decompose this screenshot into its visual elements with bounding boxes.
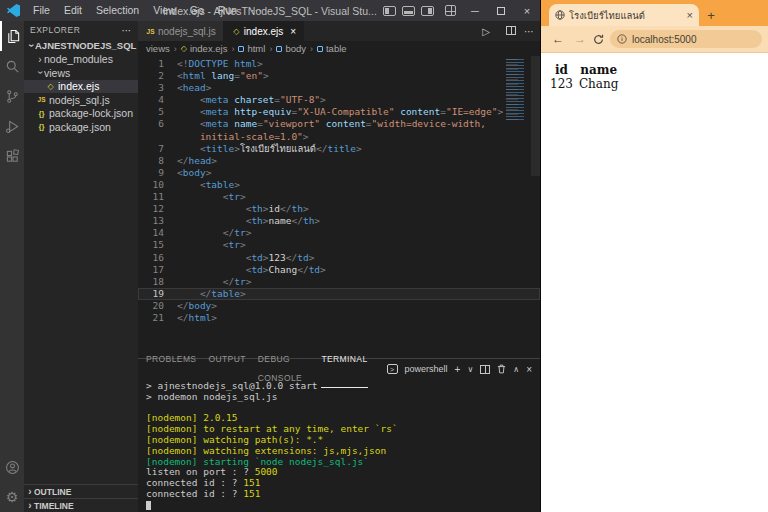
code-line-10[interactable]: 10 <table> [138, 179, 540, 191]
code-line-3[interactable]: 3<head> [138, 82, 540, 94]
explorer-icon[interactable] [0, 21, 24, 51]
tab-nodejs-sql-js[interactable]: JSnodejs_sql.js [138, 21, 224, 41]
crumb-body[interactable]: body [276, 43, 306, 54]
kill-terminal-icon[interactable] [497, 364, 506, 374]
terminal-output[interactable]: > ajnestnodejs_sql@1.0.0 start> nodemon … [138, 379, 540, 512]
code-line-21[interactable]: 21</html> [138, 312, 540, 324]
code-line-5[interactable]: 5 <meta http-equiv="X-UA-Compatible" con… [138, 106, 540, 118]
code-line-18[interactable]: 18 </tr> [138, 276, 540, 288]
code-line-wrap[interactable]: initial-scale=1.0"> [138, 131, 540, 143]
code-line-14[interactable]: 14 </tr> [138, 227, 540, 239]
table-row: 123Chang [547, 77, 621, 91]
forward-icon[interactable]: → [574, 32, 586, 46]
tree-item-views[interactable]: ›views [24, 66, 138, 80]
run-debug-icon[interactable] [0, 111, 24, 141]
code-line-8[interactable]: 8</head> [138, 155, 540, 167]
section-timeline[interactable]: ›TIMELINE [24, 498, 138, 512]
reload-icon[interactable] [591, 34, 606, 45]
code-text: <head> [164, 82, 211, 94]
source-control-icon[interactable] [0, 81, 24, 111]
tab-index-ejs[interactable]: ◇index.ejs× [224, 21, 304, 41]
close-button[interactable]: × [514, 0, 540, 21]
new-tab-button[interactable]: + [699, 4, 723, 26]
code-line-7[interactable]: 7 <title>โรงเบียร์ไทยแลนด์</title> [138, 143, 540, 155]
close-panel-icon[interactable]: × [526, 364, 532, 375]
panel-header: PROBLEMSOUTPUTDEBUG CONSOLETERMINAL > po… [138, 359, 540, 379]
code-line-15[interactable]: 15 <tr> [138, 239, 540, 251]
terminal-text: [nodemon] starting `node nodejs_sql.js` [146, 456, 369, 467]
code-line-1[interactable]: 1<!DOCTYPE html> [138, 58, 540, 70]
tree-item-package-json[interactable]: {}package.json [24, 120, 138, 134]
code-line-6[interactable]: 6 <meta name="viewport" content="width=d… [138, 118, 540, 130]
crumb-views[interactable]: views [146, 43, 170, 54]
minimize-button[interactable]: ─ [462, 0, 488, 21]
toggle-sidebar-icon[interactable] [383, 6, 396, 16]
settings-gear-icon[interactable]: ⚙ [0, 482, 24, 512]
toggle-panel-icon[interactable] [402, 6, 415, 16]
browser-tab[interactable]: โรงเบียร์ไทยแลนด์ × [549, 4, 699, 26]
line-number: 20 [138, 300, 164, 312]
extensions-icon[interactable] [0, 141, 24, 171]
split-terminal-icon[interactable] [480, 360, 490, 378]
terminal-text: listen on port : ? [146, 466, 255, 477]
search-icon[interactable] [0, 51, 24, 81]
code-line-2[interactable]: 2<html lang="en"> [138, 70, 540, 82]
code-line-12[interactable]: 12 <th>id</th> [138, 203, 540, 215]
editor-scrollbar[interactable] [531, 56, 540, 176]
tree-item-package-lock-json[interactable]: {}package-lock.json [24, 107, 138, 121]
back-icon[interactable]: ← [552, 32, 564, 46]
code-token: DOCTYPE html [188, 58, 257, 69]
line-number: 16 [138, 252, 164, 264]
code-token: head [183, 82, 206, 93]
shell-name[interactable]: powershell [405, 364, 448, 374]
crumb-label: table [326, 43, 347, 54]
tab-close-icon[interactable]: × [290, 26, 296, 37]
toggle-secondary-sidebar-icon[interactable] [421, 6, 434, 16]
terminal-dropdown-icon[interactable]: ∨ [467, 365, 473, 374]
menu-file[interactable]: File [26, 0, 57, 21]
site-info-icon[interactable] [617, 34, 627, 44]
maximize-button[interactable] [488, 0, 514, 21]
tree-item-node-modules[interactable]: ›node_modules [24, 53, 138, 67]
chevron-right-icon: › [36, 54, 44, 65]
menu-edit[interactable]: Edit [57, 0, 89, 21]
symbol-icon [238, 46, 244, 52]
address-bar[interactable]: localhost:5000 [610, 30, 762, 48]
section-outline[interactable]: ›OUTLINE [24, 484, 138, 498]
crumb-html[interactable]: html [238, 43, 265, 54]
code-line-16[interactable]: 16 <td>123</td> [138, 252, 540, 264]
terminal-cursor [146, 501, 151, 510]
code-line-11[interactable]: 11 <tr> [138, 191, 540, 203]
tab-close-icon[interactable]: × [687, 9, 693, 21]
js-file-icon: JS [36, 96, 47, 103]
terminal-text: 151 [243, 488, 260, 499]
code-token: > [356, 143, 362, 154]
tree-item-nodejs-sql-js[interactable]: JSnodejs_sql.js [24, 93, 138, 107]
crumb-index-ejs[interactable]: ◇index.ejs [181, 43, 228, 54]
browser-tabstrip: โรงเบียร์ไทยแลนด์ × + [541, 0, 768, 26]
tree-root[interactable]: ›AJNESTNODEJS_SQL [24, 39, 138, 53]
code-token: name [234, 118, 257, 129]
code-token [177, 179, 200, 190]
customize-layout-icon[interactable] [445, 5, 456, 16]
editor-more-icon[interactable]: ⋯ [524, 26, 534, 37]
code-line-13[interactable]: 13 <th>name</th> [138, 215, 540, 227]
crumb-table[interactable]: table [317, 43, 347, 54]
code-line-19[interactable]: 19 </table> [138, 288, 540, 300]
code-line-17[interactable]: 17 <td>Chang</td> [138, 264, 540, 276]
tab-label: nodejs_sql.js [158, 26, 216, 37]
code-line-20[interactable]: 20</body> [138, 300, 540, 312]
code-token [177, 252, 246, 263]
tree-item-index-ejs[interactable]: ◇index.ejs [24, 80, 138, 94]
menu-selection[interactable]: Selection [89, 0, 146, 21]
code-editor[interactable]: 1<!DOCTYPE html>2<html lang="en">3<head>… [138, 56, 540, 358]
account-icon[interactable] [0, 452, 24, 482]
maximize-panel-icon[interactable]: ∧ [513, 365, 519, 374]
new-terminal-icon[interactable]: + [455, 364, 461, 375]
run-file-icon[interactable]: ▷ [482, 26, 490, 37]
code-line-4[interactable]: 4 <meta charset="UTF-8"> [138, 94, 540, 106]
explorer-more-icon[interactable]: ⋯ [122, 25, 133, 36]
minimap[interactable] [506, 59, 530, 121]
split-editor-icon[interactable] [498, 26, 516, 37]
code-line-9[interactable]: 9<body> [138, 167, 540, 179]
